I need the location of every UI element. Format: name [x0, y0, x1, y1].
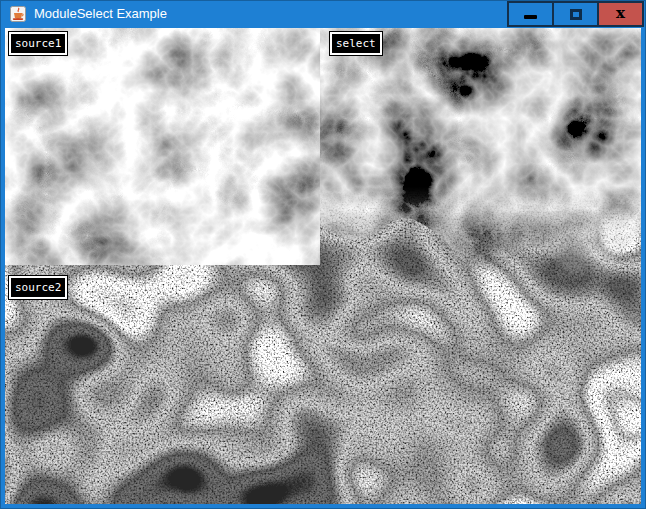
java-coffee-icon	[10, 6, 26, 22]
maximize-button[interactable]	[552, 1, 599, 27]
label-select: select	[330, 32, 382, 55]
close-button[interactable]: x	[597, 1, 644, 27]
label-source2: source2	[9, 276, 67, 299]
render-canvas: source1 select source2	[5, 28, 641, 504]
close-icon: x	[616, 6, 625, 21]
app-window: ModuleSelect Example x	[0, 0, 646, 509]
noise-render	[5, 28, 641, 504]
noise-select-field	[315, 28, 641, 290]
label-source1: source1	[9, 32, 67, 55]
titlebar[interactable]: ModuleSelect Example x	[0, 0, 646, 28]
minimize-icon	[524, 15, 537, 19]
maximize-icon	[570, 9, 582, 20]
minimize-button[interactable]	[507, 1, 554, 27]
noise-source1-inset	[5, 28, 320, 265]
window-controls: x	[509, 1, 644, 27]
window-title: ModuleSelect Example	[34, 0, 167, 28]
